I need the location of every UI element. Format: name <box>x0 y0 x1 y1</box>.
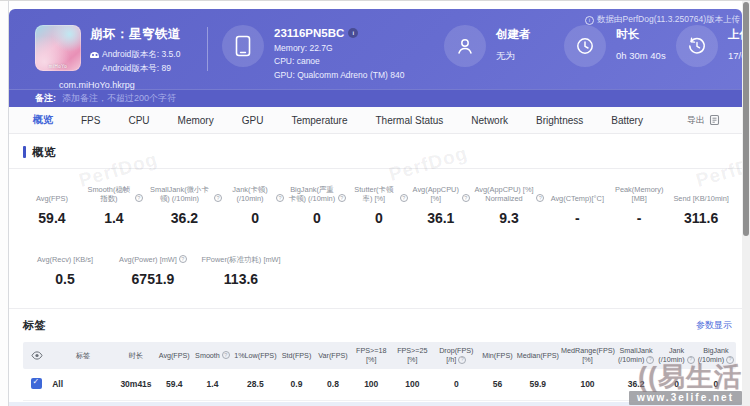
tab-cpu[interactable]: CPU <box>114 115 163 126</box>
metric-value: 36.2 <box>147 210 222 226</box>
overview-title: 概览 <box>32 145 56 160</box>
col-smalljank: SmallJank (/10min) <box>615 342 657 369</box>
metric-value: 311.6 <box>672 210 730 226</box>
help-icon[interactable] <box>179 255 187 263</box>
col-avg-fps: Avg(FPS) <box>156 342 192 369</box>
overview-metrics-row2: Avg(Recv) [KB/s] 0.5 Avg(Power) [mW] 675… <box>9 226 742 299</box>
section-title-bar <box>23 146 26 158</box>
vertical-scroll-thumb[interactable] <box>743 2 749 236</box>
metric-avg-ctemp: Avg(CTemp)[°C] - <box>546 179 608 226</box>
metric-stutter: Stutter(卡顿率) [%] 0 <box>348 179 410 226</box>
params-display-link[interactable]: 参数显示 <box>696 319 732 332</box>
tab-network[interactable]: Network <box>457 115 522 126</box>
tab-gpu[interactable]: GPU <box>228 115 278 126</box>
help-icon[interactable] <box>726 356 734 364</box>
help-icon[interactable] <box>458 356 466 364</box>
device-cpu: CPU: canoe <box>274 56 404 66</box>
help-icon[interactable] <box>536 194 544 202</box>
export-button[interactable]: 导出 <box>687 114 720 127</box>
metric-value: 0 <box>288 210 346 226</box>
tab-thermal-status[interactable]: Thermal Status <box>362 115 458 126</box>
help-icon[interactable] <box>400 194 408 202</box>
upload-time-block: 上传时间 17/09/2025 13:53:23 <box>676 25 742 67</box>
package-name: com.miHoYo.hkrpg <box>59 80 203 90</box>
help-icon[interactable] <box>222 351 230 359</box>
eye-icon[interactable] <box>31 351 43 360</box>
metric-value: 0 <box>226 210 284 226</box>
tab-fps[interactable]: FPS <box>67 115 114 126</box>
metric-avg-recv: Avg(Recv) [KB/s] 0.5 <box>21 240 109 287</box>
metric-label: Jank(卡顿) (/10min) <box>226 185 274 204</box>
col-jank: Jank (/10min) <box>657 342 696 369</box>
metric-fpower: FPower(标准功耗) [mW] 113.6 <box>197 240 285 287</box>
cell-min-fps: 56 <box>479 369 515 401</box>
col-var-fps: Var(FPS) <box>315 342 351 369</box>
tags-table: 标签 时长 Avg(FPS) Smooth 1%Low(FPS) Std(FPS… <box>23 342 736 406</box>
game-app-icon: miHoYo <box>35 25 81 71</box>
header-divider <box>207 27 208 71</box>
tags-title: 标签 <box>23 318 46 333</box>
cell-median-fps: 59.9 <box>516 369 560 401</box>
android-version-code: Android版本号: 89 <box>90 63 181 75</box>
help-icon[interactable] <box>276 194 284 202</box>
metric-label: Stutter(卡顿率) [%] <box>350 185 398 204</box>
help-icon[interactable] <box>135 194 143 202</box>
cell-avg-fps: 59.4 <box>156 369 192 401</box>
col-drop-fps: Drop(FPS) [/h] <box>433 342 479 369</box>
device-memory: Memory: 22.7G <box>274 43 404 53</box>
tab-overview[interactable]: 概览 <box>19 113 67 127</box>
metric-label: Send [KB/10min] <box>673 194 728 203</box>
metric-avg-appcpu-normalized: Avg(AppCPU) [%] Normalized 9.3 <box>472 179 547 226</box>
row-checkbox[interactable] <box>31 378 42 389</box>
cell-var-fps: 0.8 <box>315 369 351 401</box>
tab-temperature[interactable]: Temperature <box>277 115 361 126</box>
metric-avg-power: Avg(Power) [mW] 6751.9 <box>109 240 197 287</box>
col-std-fps: Std(FPS) <box>278 342 314 369</box>
metric-label: Smooth(稳帧指数) <box>85 185 133 204</box>
help-icon[interactable] <box>338 194 346 202</box>
creator-label: 创建者 <box>496 27 531 42</box>
metric-label: Avg(Recv) [KB/s] <box>37 255 93 264</box>
metric-label: Avg(Power) [mW] <box>119 255 177 264</box>
export-icon <box>709 114 720 126</box>
metric-value: 36.1 <box>412 210 470 226</box>
tab-memory[interactable]: Memory <box>164 115 228 126</box>
vertical-scrollbar[interactable] <box>742 1 750 406</box>
metric-label: Avg(AppCPU) [%] Normalized <box>474 185 535 204</box>
help-icon[interactable] <box>462 194 470 202</box>
cell-medrange-fps: 100 <box>560 369 615 401</box>
android-version-name: Android版本名: 3.5.0 <box>102 49 180 61</box>
source-note: 数据由PerfDog(11.3.250764)版本上传 <box>585 14 740 26</box>
col-smooth: Smooth <box>192 342 232 369</box>
duration-value: 0h 30m 40s <box>616 50 666 61</box>
note-input[interactable] <box>62 93 322 103</box>
metric-peak-memory: Peak(Memory) [MB] - <box>608 179 670 226</box>
metric-value: 113.6 <box>199 271 283 287</box>
user-icon <box>444 25 486 67</box>
creator-value: 无为 <box>496 50 531 63</box>
device-info-icon[interactable] <box>348 28 358 38</box>
tab-battery[interactable]: Battery <box>597 115 657 126</box>
metric-label: Avg(AppCPU) [%] <box>412 185 460 204</box>
col-duration: 时长 <box>116 342 156 369</box>
metric-smooth: Smooth(稳帧指数) 1.4 <box>83 179 145 226</box>
help-icon[interactable] <box>214 194 222 202</box>
row-name: All <box>50 369 116 401</box>
metric-send: Send [KB/10min] 311.6 <box>670 179 732 226</box>
col-medrange-fps: MedRange(FPS)[%] <box>560 342 615 369</box>
metric-value: 9.3 <box>474 210 545 226</box>
device-block: 23116PN5BC Memory: 22.7G CPU: canoe GPU:… <box>222 25 444 80</box>
duration-label: 时长 <box>616 27 666 42</box>
table-row-all: All 30m41s 59.4 1.4 28.5 0.9 0.8 100 100… <box>23 369 736 401</box>
col-fps-ge18: FPS>=18 [%] <box>351 342 391 369</box>
cell-1pct-low: 28.5 <box>233 369 279 401</box>
tab-brightness[interactable]: Brightness <box>522 115 597 126</box>
metric-value: 59.4 <box>23 210 81 226</box>
app-icon-caption: miHoYo <box>35 64 81 69</box>
help-icon[interactable] <box>687 356 695 364</box>
help-icon[interactable] <box>646 356 654 364</box>
android-icon <box>90 52 99 58</box>
duration-block: 时长 0h 30m 40s <box>564 25 676 67</box>
metric-label: FPower(标准功耗) [mW] <box>201 255 280 264</box>
metric-smalljank: SmallJank(微小卡顿) (/10min) 36.2 <box>145 179 224 226</box>
